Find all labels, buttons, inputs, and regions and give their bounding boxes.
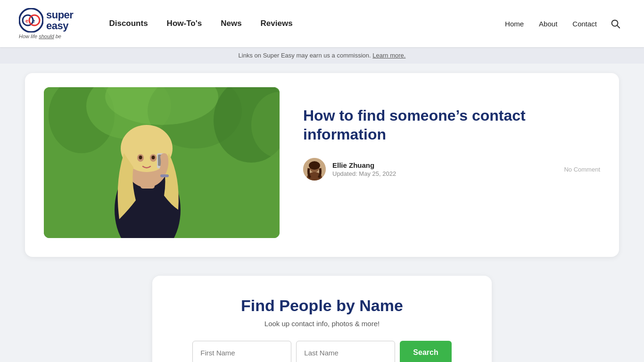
commission-bar: Links on Super Easy may earn us a commis… [0,47,644,64]
article-meta: How to find someone’s contact informatio… [303,87,600,181]
search-section: Find People by Name Look up contact info… [152,276,492,362]
right-nav: Home About Contact [498,16,625,32]
nav-news[interactable]: News [213,15,249,32]
svg-rect-24 [160,174,169,177]
widget-subtitle: Look up contact info, photos & more! [171,320,473,328]
author-name: Ellie Zhuang [332,161,557,169]
logo-tagline: How life should be [19,33,61,39]
main-nav: Discounts How-To's News Reviews [101,15,498,32]
author-info: Ellie Zhuang Updated: May 25, 2022 [332,161,557,177]
no-comment-label: No Comment [564,166,600,173]
search-form: Search [171,341,473,362]
search-button[interactable] [605,16,625,32]
svg-line-6 [617,25,619,28]
nav-about[interactable]: About [532,17,564,31]
logo-icon: e e [19,8,43,33]
updated-date: Updated: May 25, 2022 [332,170,557,177]
site-header: e e super easy How life should be Discou… [0,0,644,47]
nav-reviews[interactable]: Reviews [253,15,300,32]
svg-point-20 [139,156,142,159]
last-name-input[interactable] [296,341,395,362]
svg-text:e: e [32,18,35,24]
svg-point-21 [152,156,155,159]
commission-text: Links on Super Easy may earn us a commis… [239,52,373,59]
logo[interactable]: e e super easy How life should be [19,8,73,39]
content-wrapper: How to find someone’s contact informatio… [16,73,628,362]
article-image [44,87,280,238]
svg-point-28 [309,161,320,170]
svg-text:e: e [25,18,28,24]
nav-contact[interactable]: Contact [566,17,603,31]
logo-text: super easy [46,9,73,31]
nav-howtos[interactable]: How-To's [159,15,210,32]
article-title: How to find someone’s contact informatio… [303,106,600,144]
commission-link[interactable]: Learn more. [372,52,405,59]
author-row: Ellie Zhuang Updated: May 25, 2022 No Co… [303,158,600,181]
first-name-input[interactable] [192,341,291,362]
search-submit-button[interactable]: Search [400,341,451,362]
logo-tagline-emphasis: should [39,33,54,39]
author-avatar [303,158,326,181]
search-icon [610,18,620,29]
nav-discounts[interactable]: Discounts [101,15,155,32]
widget-title: Find People by Name [171,296,473,315]
article-card: How to find someone’s contact informatio… [25,73,619,257]
people-search-widget: Find People by Name Look up contact info… [152,276,492,362]
nav-home[interactable]: Home [498,17,530,31]
